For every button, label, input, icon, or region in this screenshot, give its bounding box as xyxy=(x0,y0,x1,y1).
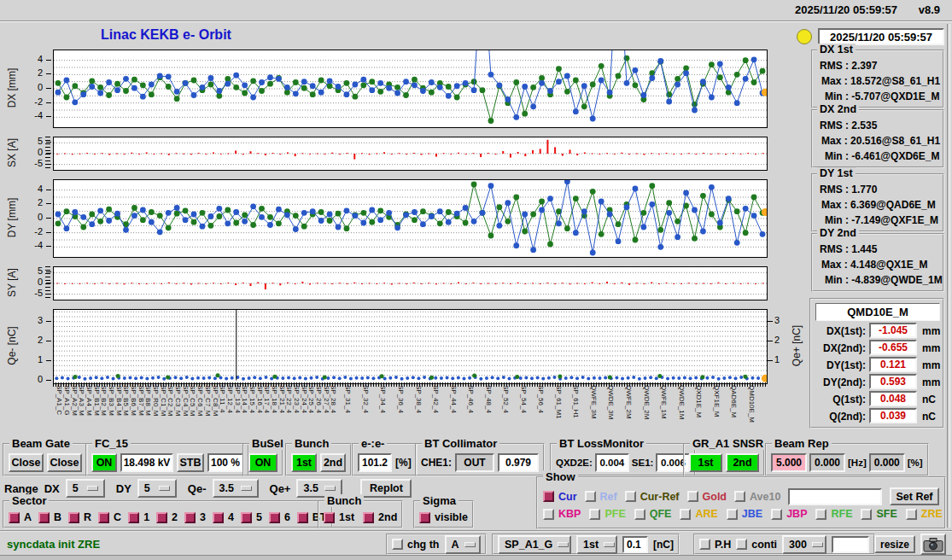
checkbox-box[interactable] xyxy=(589,509,600,520)
checkbox-label: 3 xyxy=(200,511,206,523)
fc15-stb-button[interactable]: STB xyxy=(177,453,204,472)
bunch-1st-button[interactable]: 1st xyxy=(291,453,317,472)
threshold-unit: [nC] xyxy=(653,539,674,551)
stats-dx-1st-title: DX 1st xyxy=(817,44,856,55)
checkbox-box[interactable] xyxy=(38,512,50,523)
checkbox-item-c[interactable]: C xyxy=(98,511,121,523)
checkbox-box[interactable] xyxy=(269,512,280,523)
checkbox-box[interactable] xyxy=(241,512,252,523)
chg-th-select[interactable]: A xyxy=(445,535,481,554)
checkbox-item-r[interactable]: R xyxy=(68,511,91,523)
checkbox-box[interactable] xyxy=(771,509,782,520)
gr-a1-1st-button[interactable]: 1st xyxy=(689,453,722,472)
ph-checkbox[interactable] xyxy=(699,539,710,550)
checkbox-label: visible xyxy=(435,511,468,523)
checkbox-box[interactable] xyxy=(184,512,196,523)
checkbox-item-visible[interactable]: visible xyxy=(419,511,468,523)
checkbox-box[interactable] xyxy=(687,491,698,502)
checkbox-box[interactable] xyxy=(68,512,79,523)
checkbox-box[interactable] xyxy=(734,491,745,502)
sp-select[interactable]: SP_A1_G xyxy=(498,535,571,554)
checkbox-box[interactable] xyxy=(156,512,167,523)
gr-a1-2nd-button[interactable]: 2nd xyxy=(726,453,759,472)
checkbox-label: KBP xyxy=(558,508,581,520)
range-dy-select[interactable]: 5 xyxy=(137,479,177,498)
checkbox-box[interactable] xyxy=(727,509,738,520)
checkbox-box[interactable] xyxy=(128,512,139,523)
checkbox-item-jbp[interactable]: JBP xyxy=(771,508,807,520)
set-ref-button[interactable]: Set Ref xyxy=(890,487,939,505)
extra-input[interactable] xyxy=(832,536,869,553)
checkbox-item-pfe[interactable]: PFE xyxy=(589,508,625,520)
resize-button[interactable]: resize xyxy=(874,535,915,553)
chg-th-check-item[interactable]: chg th xyxy=(392,539,440,551)
checkbox-item-1[interactable]: 1 xyxy=(128,511,149,523)
checkbox-item-cur[interactable]: Cur xyxy=(543,491,577,503)
busel-on-button[interactable]: ON xyxy=(248,453,277,472)
checkbox-box[interactable] xyxy=(861,509,872,520)
checkbox-item-kbp[interactable]: KBP xyxy=(543,508,581,520)
checkbox-item-rfe[interactable]: RFE xyxy=(815,508,852,520)
checkbox-item-1st[interactable]: 1st xyxy=(324,511,354,523)
ref-name-input[interactable] xyxy=(788,488,882,505)
range-dx-select[interactable]: 5 xyxy=(66,479,105,498)
bunch-select[interactable]: 1st xyxy=(576,535,617,554)
stat-rms: RMS : 1.445 xyxy=(818,242,939,257)
checkbox-box[interactable] xyxy=(543,509,554,520)
checkbox-item-ref[interactable]: Ref xyxy=(585,491,617,503)
checkbox-item-are[interactable]: ARE xyxy=(680,508,717,520)
checkbox-label: RFE xyxy=(831,508,852,520)
checkbox-item-jbe[interactable]: JBE xyxy=(727,508,762,520)
snapshot-button[interactable] xyxy=(920,534,946,555)
checkbox-box[interactable] xyxy=(98,512,109,523)
checkbox-box[interactable] xyxy=(906,509,917,520)
qxd2e-label: QXD2E: xyxy=(556,458,593,468)
checkbox-item-ave10[interactable]: Ave10 xyxy=(734,491,780,503)
checkbox-box[interactable] xyxy=(297,512,308,523)
fc15-on-button[interactable]: ON xyxy=(91,453,117,472)
range-qem-select[interactable]: 3.5 xyxy=(213,479,259,498)
beam-rep-hz-unit: [Hz] xyxy=(848,458,867,468)
checkbox-box[interactable] xyxy=(363,512,374,523)
replot-button[interactable]: Replot xyxy=(360,479,412,498)
checkbox-item-2nd[interactable]: 2nd xyxy=(363,511,397,523)
checkbox-item-gold[interactable]: Gold xyxy=(687,491,727,503)
qmd-row-unit: mm xyxy=(922,359,940,371)
checkbox-box[interactable] xyxy=(815,509,826,520)
checkbox-label: 2 xyxy=(172,511,178,523)
bottom-strip xyxy=(0,555,952,560)
checkbox-item-b[interactable]: B xyxy=(38,511,61,523)
checkbox-item-2[interactable]: 2 xyxy=(156,511,178,523)
checkbox-item-a[interactable]: A xyxy=(9,511,32,523)
checkbox-item-zre[interactable]: ZRE xyxy=(906,508,943,520)
checkbox-box[interactable] xyxy=(419,512,430,523)
checkbox-item-qfe[interactable]: QFE xyxy=(634,508,672,520)
count-select[interactable]: 300 xyxy=(782,535,826,554)
checkbox-box[interactable] xyxy=(585,491,596,502)
checkbox-item-sfe[interactable]: SFE xyxy=(861,508,897,520)
application-window: 2025/11/20 05:59:57 v8.9 Linac KEKB e- O… xyxy=(0,0,952,560)
checkbox-box[interactable] xyxy=(9,512,20,523)
threshold-input[interactable] xyxy=(622,536,648,553)
checkbox-box[interactable] xyxy=(324,512,335,523)
conti-checkbox[interactable] xyxy=(736,539,747,550)
beam-gate-close-button-1[interactable]: Close xyxy=(9,453,44,472)
checkbox-label: R xyxy=(84,511,91,523)
checkbox-box[interactable] xyxy=(543,491,554,502)
checkbox-item-5[interactable]: 5 xyxy=(241,511,262,523)
checkbox-box[interactable] xyxy=(680,509,691,520)
checkbox-box[interactable] xyxy=(213,512,224,523)
chg-th-checkbox[interactable] xyxy=(392,539,403,550)
checkbox-item-6[interactable]: 6 xyxy=(269,511,290,523)
bpm-readout-panel: QMD10E_M DX(1st):-1.045mm DX(2nd):-0.655… xyxy=(809,298,944,429)
checkbox-box[interactable] xyxy=(634,509,645,520)
bunch-2nd-button[interactable]: 2nd xyxy=(320,453,346,472)
checkbox-item-cur-ref[interactable]: Cur-Ref xyxy=(625,491,680,503)
ph-check-item[interactable]: P.H xyxy=(699,539,731,551)
stats-dx-2nd-title: DX 2nd xyxy=(817,103,859,115)
checkbox-box[interactable] xyxy=(625,491,636,502)
beam-gate-close-button-2[interactable]: Close xyxy=(47,453,82,472)
checkbox-item-3[interactable]: 3 xyxy=(184,511,206,523)
checkbox-item-4[interactable]: 4 xyxy=(213,511,234,523)
conti-check-item[interactable]: conti xyxy=(736,539,777,551)
